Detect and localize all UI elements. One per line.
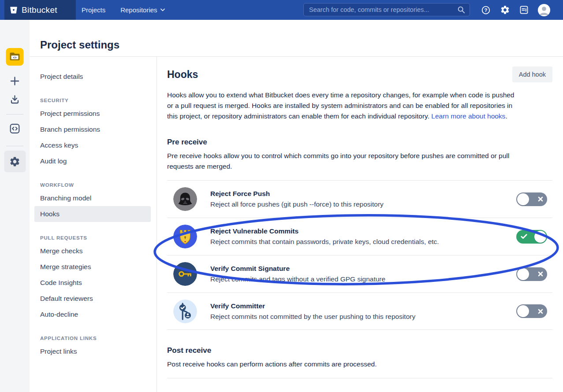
hooks-header: Hooks Add hook bbox=[167, 66, 552, 83]
main-content: Hooks Add hook Hooks allow you to extend… bbox=[167, 66, 552, 378]
sidebar-item-project-permissions[interactable]: Project permissions bbox=[34, 106, 151, 122]
vader-icon bbox=[173, 187, 197, 211]
top-actions: ? bbox=[481, 0, 550, 20]
hooks-intro: Hooks allow you to extend what Bitbucket… bbox=[167, 90, 520, 122]
hook-description: Reject commits not committed by the user… bbox=[210, 312, 516, 321]
post-receive-section: Post receive Post receive hooks can perf… bbox=[167, 346, 552, 378]
toggle-knob bbox=[517, 193, 529, 205]
rail-divider bbox=[6, 114, 23, 115]
sidebar-item-merge-strategies[interactable]: Merge strategies bbox=[34, 259, 151, 275]
gear-icon bbox=[500, 5, 510, 15]
nav-projects[interactable]: Projects bbox=[82, 6, 105, 14]
toggle-knob bbox=[534, 231, 546, 243]
x-icon bbox=[538, 309, 543, 314]
settings-gear-icon bbox=[9, 156, 21, 167]
chevron-down-icon bbox=[160, 8, 165, 11]
icon-rail: <> bbox=[0, 20, 30, 392]
toggle-knob bbox=[517, 305, 529, 317]
sidebar-item-access-keys[interactable]: Access keys bbox=[34, 137, 151, 153]
user-avatar[interactable] bbox=[538, 4, 550, 16]
search-icon bbox=[457, 6, 465, 14]
search-input[interactable] bbox=[308, 6, 457, 14]
feedback-button[interactable] bbox=[519, 5, 529, 15]
hook-toggle-verify-committer[interactable] bbox=[516, 304, 547, 318]
download-icon bbox=[9, 94, 21, 105]
hook-row-reject-force-push: Reject Force PushReject all force pushes… bbox=[167, 180, 552, 218]
code-brackets-icon bbox=[9, 123, 21, 134]
add-hook-button[interactable]: Add hook bbox=[512, 67, 552, 82]
hook-toggle-reject-vulnerable-commits[interactable] bbox=[516, 230, 547, 244]
brand-name: Bitbucket bbox=[22, 5, 57, 15]
import-button[interactable] bbox=[4, 89, 26, 110]
hook-description: Reject commits and tags without a verifi… bbox=[210, 275, 516, 284]
sidebar-item-merge-checks[interactable]: Merge checks bbox=[34, 243, 151, 259]
top-nav-links: Projects Repositories bbox=[82, 0, 165, 20]
feedback-icon bbox=[519, 5, 529, 15]
hook-info: Reject Force PushReject all force pushes… bbox=[210, 189, 516, 209]
nav-repositories[interactable]: Repositories bbox=[120, 6, 164, 14]
pre-receive-title: Pre receive bbox=[167, 137, 552, 147]
post-receive-divider bbox=[167, 378, 552, 378]
committer-icon bbox=[173, 300, 197, 323]
plus-icon bbox=[9, 75, 21, 87]
sidebar-section-workflow: WORKFLOW bbox=[30, 180, 157, 190]
pre-receive-hook-list: Reject Force PushReject all force pushes… bbox=[167, 180, 552, 330]
post-receive-title: Post receive bbox=[167, 346, 552, 355]
hook-info: Reject Vulnerable CommitsReject commits … bbox=[210, 227, 516, 246]
nav-repositories-label: Repositories bbox=[120, 6, 157, 14]
x-icon bbox=[538, 196, 543, 202]
pre-receive-description: Pre receive hooks allow you to control w… bbox=[167, 151, 520, 172]
sidebar-item-branching-model[interactable]: Branching model bbox=[34, 190, 151, 206]
sidebar-item-project-links[interactable]: Project links bbox=[34, 344, 151, 359]
hooks-intro-suffix: . bbox=[505, 112, 507, 120]
global-search[interactable] bbox=[303, 3, 470, 16]
post-receive-description: Post receive hooks can perform actions a… bbox=[167, 359, 520, 370]
hook-row-reject-vulnerable-commits: Reject Vulnerable CommitsReject commits … bbox=[167, 218, 552, 255]
toggle-knob bbox=[517, 268, 529, 280]
svg-text:<>: <> bbox=[13, 55, 16, 59]
svg-text:?: ? bbox=[484, 7, 487, 13]
sidebar-item-project-details[interactable]: Project details bbox=[34, 69, 151, 85]
hook-name: Reject Vulnerable Commits bbox=[210, 227, 516, 235]
sidebar-item-auto-decline[interactable]: Auto-decline bbox=[34, 307, 151, 322]
admin-settings-button[interactable] bbox=[500, 5, 510, 15]
help-icon: ? bbox=[481, 5, 491, 15]
learn-more-link[interactable]: Learn more about hooks bbox=[431, 112, 505, 120]
hooks-title: Hooks bbox=[167, 69, 198, 81]
user-avatar-icon bbox=[538, 4, 550, 16]
hook-row-verify-committer: Verify CommitterReject commits not commi… bbox=[167, 292, 552, 330]
top-navigation-bar: Bitbucket Projects Repositories ? bbox=[0, 0, 563, 20]
bitbucket-logo[interactable]: Bitbucket bbox=[4, 0, 76, 20]
shield-icon bbox=[173, 225, 197, 248]
nav-projects-label: Projects bbox=[82, 6, 105, 14]
hook-toggle-verify-commit-signature[interactable] bbox=[516, 267, 547, 281]
page-title: Project settings bbox=[40, 39, 119, 51]
check-icon bbox=[521, 234, 527, 239]
hook-description: Reject commits that contain passwords, p… bbox=[210, 237, 516, 246]
sidebar-divider bbox=[157, 57, 157, 392]
hook-description: Reject all force pushes (git push --forc… bbox=[210, 200, 516, 209]
hook-info: Verify CommitterReject commits not commi… bbox=[210, 302, 516, 321]
sidebar-item-hooks[interactable]: Hooks bbox=[34, 206, 151, 222]
folder-code-icon: <> bbox=[9, 52, 21, 62]
sidebar-item-default-reviewers[interactable]: Default reviewers bbox=[34, 291, 151, 307]
pre-receive-section: Pre receive Pre receive hooks allow you … bbox=[167, 137, 552, 330]
hook-row-verify-commit-signature: Verify Commit SignatureReject commits an… bbox=[167, 255, 552, 292]
x-icon bbox=[538, 271, 543, 277]
hook-info: Verify Commit SignatureReject commits an… bbox=[210, 264, 516, 284]
project-settings-button[interactable] bbox=[4, 151, 26, 172]
code-browser-button[interactable] bbox=[4, 118, 26, 139]
help-button[interactable]: ? bbox=[481, 5, 491, 15]
project-avatar[interactable]: <> bbox=[4, 46, 26, 67]
hook-name: Verify Committer bbox=[210, 302, 516, 310]
hook-name: Verify Commit Signature bbox=[210, 264, 516, 273]
rail-divider bbox=[6, 146, 23, 146]
hook-toggle-reject-force-push[interactable] bbox=[516, 192, 547, 206]
project-avatar-tile: <> bbox=[6, 48, 24, 66]
key-icon bbox=[173, 262, 197, 286]
sidebar-item-code-insights[interactable]: Code Insights bbox=[34, 275, 151, 291]
sidebar-item-audit-log[interactable]: Audit log bbox=[34, 153, 151, 169]
sidebar-nav: Project detailsSECURITYProject permissio… bbox=[30, 56, 157, 359]
sidebar-item-branch-permissions[interactable]: Branch permissions bbox=[34, 122, 151, 137]
sidebar-section-application-links: APPLICATION LINKS bbox=[30, 333, 157, 344]
